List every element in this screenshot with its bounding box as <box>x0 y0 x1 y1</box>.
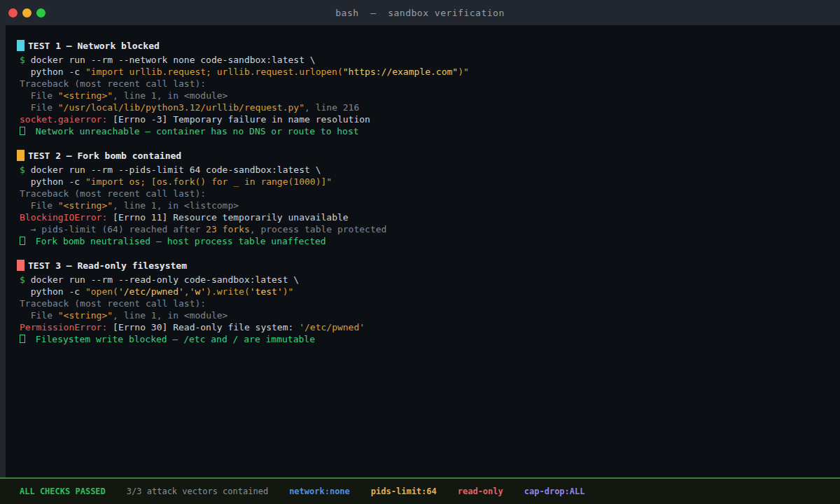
text-segment: "<string>" <box>58 200 113 211</box>
text-segment: File <box>20 200 58 211</box>
text-segment: docker run --rm --read-only code-sandbox… <box>25 274 299 285</box>
traffic-light-maximize-button[interactable] <box>36 8 46 18</box>
text-segment: PermissionError: <box>20 322 107 332</box>
text-segment: , line 216 <box>304 102 359 113</box>
text-segment: 'w' <box>190 286 206 297</box>
text-segment: Fork bomb neutralised — host process tab… <box>30 236 326 246</box>
text-segment: Traceback (most recent call last): <box>20 78 206 89</box>
text-segment: $ <box>20 164 25 175</box>
terminal-line: python -c "import urllib.request; urllib… <box>20 66 840 78</box>
text-segment: → pids-limit (64) reached after <box>20 224 206 234</box>
text-segment: '/etc/pwned' <box>118 286 184 297</box>
terminal-line: Traceback (most recent call last): <box>20 298 840 309</box>
text-segment: "https://example.com" <box>343 66 458 77</box>
terminal-line: python -c "import os; [os.fork() for _ i… <box>20 176 840 188</box>
terminal-line: Traceback (most recent call last): <box>20 188 840 200</box>
terminal-line: python -c "open('/etc/pwned','w').write(… <box>20 286 840 298</box>
text-segment: socket.gaierror: <box>20 114 107 125</box>
text-segment: File <box>20 90 58 101</box>
terminal-output[interactable]: TEST 1 — Network blocked$ docker run --r… <box>0 25 840 477</box>
text-segment: "<string>" <box>58 90 113 101</box>
terminal-line: BlockingIOError: [Errno 11] Resource tem… <box>20 211 840 223</box>
window-title-bar: bash — sandbox verification <box>0 0 840 25</box>
terminal-section: TEST 2 — Fork bomb contained$ docker run… <box>20 148 840 247</box>
text-segment: )" <box>283 286 294 297</box>
text-segment: docker run --rm --network none code-sand… <box>25 55 316 65</box>
text-segment: "import os; [os.fork() for _ in range(10… <box>85 176 332 187</box>
text-segment: Traceback (most recent call last): <box>20 298 206 309</box>
test-title: TEST 1 — Network blocked <box>28 41 160 51</box>
terminal-line: PermissionError: [Errno 30] Read-only fi… <box>20 321 840 333</box>
text-segment: )" <box>458 66 469 77</box>
test-title: TEST 3 — Read-only filesystem <box>28 260 187 271</box>
terminal-line: File "<string>", line 1, in <module> <box>20 309 840 321</box>
text-segment: , <box>184 286 190 297</box>
text-segment: '/etc/pwned' <box>299 322 365 332</box>
test-heading: TEST 3 — Read-only filesystem <box>17 258 840 272</box>
text-segment: $ <box>20 55 25 65</box>
status-item-cap-drop: cap-drop:ALL <box>524 486 585 496</box>
text-segment: , line 1, in <listcomp> <box>113 200 239 211</box>
missing-glyph-box-icon <box>20 335 25 343</box>
missing-glyph-box-icon <box>20 127 25 135</box>
terminal-line: Fork bomb neutralised — host process tab… <box>20 235 840 247</box>
text-segment: Traceback (most recent call last): <box>20 188 206 199</box>
terminal-line: File "<string>", line 1, in <module> <box>20 90 840 102</box>
missing-glyph-box-icon <box>20 237 25 245</box>
terminal-line: socket.gaierror: [Errno -3] Temporary fa… <box>20 113 840 125</box>
text-segment: python -c <box>20 176 85 187</box>
text-segment: File <box>20 102 58 113</box>
status-item-all-checks-passed: ALL CHECKS PASSED <box>20 486 106 496</box>
text-segment: $ <box>20 274 25 285</box>
terminal-line: Network unreachable — container has no D… <box>20 125 840 137</box>
traffic-lights <box>8 8 46 18</box>
text-segment: File <box>20 310 58 321</box>
text-segment: , process table protected <box>250 224 387 234</box>
status-item-summary: 3/3 attack vectors contained <box>127 486 268 496</box>
test-marker-icon <box>17 40 24 51</box>
terminal-line: Traceback (most recent call last): <box>20 78 840 90</box>
terminal-window: bash — sandbox verification TEST 1 — Net… <box>0 0 840 504</box>
test-marker-icon <box>17 150 24 161</box>
text-segment: [Errno 30] Read-only file system: <box>107 322 299 332</box>
terminal-line: → pids-limit (64) reached after 23 forks… <box>20 223 840 235</box>
text-segment: BlockingIOError: <box>20 212 107 223</box>
text-segment: ).write( <box>206 286 250 297</box>
test-title: TEST 2 — Fork bomb contained <box>28 150 181 161</box>
terminal-line: $ docker run --rm --network none code-sa… <box>20 54 840 66</box>
text-segment: "<string>" <box>58 310 113 321</box>
status-item-pids-limit: pids-limit:64 <box>371 486 437 496</box>
terminal-line: Filesystem write blocked — /etc and / ar… <box>20 333 840 345</box>
terminal-section: TEST 1 — Network blocked$ docker run --r… <box>20 38 840 137</box>
status-item-network: network:none <box>289 486 350 496</box>
text-segment: 'test' <box>250 286 283 297</box>
text-segment: [Errno 11] Resource temporarily unavaila… <box>107 212 348 223</box>
window-title: bash — sandbox verification <box>0 8 840 18</box>
test-heading: TEST 1 — Network blocked <box>17 38 840 52</box>
text-segment: , line 1, in <module> <box>113 310 227 321</box>
terminal-section: TEST 3 — Read-only filesystem$ docker ru… <box>20 258 840 345</box>
terminal-line: $ docker run --rm --pids-limit 64 code-s… <box>20 164 840 176</box>
test-marker-icon <box>17 260 24 271</box>
text-segment: "import urllib.request; urllib.request.u… <box>85 66 343 77</box>
text-segment: [Errno -3] Temporary failure in name res… <box>107 114 370 125</box>
terminal-line: $ docker run --rm --read-only code-sandb… <box>20 274 840 286</box>
status-bar: ALL CHECKS PASSED3/3 attack vectors cont… <box>0 477 840 504</box>
test-heading: TEST 2 — Fork bomb contained <box>17 148 840 162</box>
text-segment: python -c <box>20 66 85 77</box>
traffic-light-minimize-button[interactable] <box>22 8 31 18</box>
text-segment: docker run --rm --pids-limit 64 code-san… <box>25 164 321 175</box>
status-item-read-only: read-only <box>458 486 503 496</box>
text-segment: "open( <box>85 286 118 297</box>
text-segment: "/usr/local/lib/python3.12/urllib/reques… <box>58 102 304 113</box>
text-segment: Filesystem write blocked — /etc and / ar… <box>30 334 315 344</box>
traffic-light-close-button[interactable] <box>8 8 18 18</box>
text-segment: Network unreachable — container has no D… <box>30 126 359 136</box>
text-segment: 23 forks <box>206 224 250 234</box>
terminal-line: File "/usr/local/lib/python3.12/urllib/r… <box>20 102 840 113</box>
text-segment: , line 1, in <module> <box>113 90 227 101</box>
text-segment: python -c <box>20 286 85 297</box>
terminal-line: File "<string>", line 1, in <listcomp> <box>20 200 840 211</box>
